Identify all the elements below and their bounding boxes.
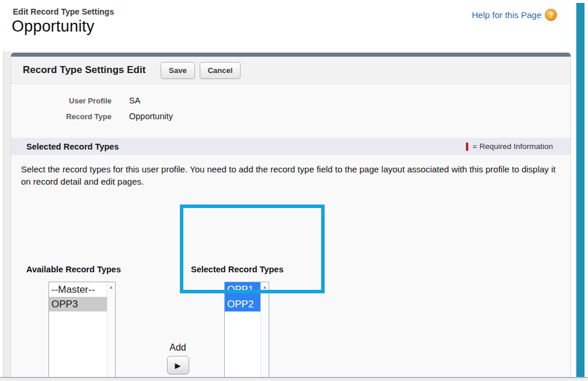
page-title: Opportunity <box>12 18 95 36</box>
add-arrow-button[interactable]: ▶ <box>167 356 189 375</box>
help-area: Help for this Page ? <box>472 9 557 21</box>
selected-options: OPP1 OPP2 <box>225 282 260 381</box>
record-type-settings-panel: Record Type Settings Edit Save Cancel Us… <box>11 53 571 381</box>
window-edge-stripe <box>576 3 584 377</box>
save-button[interactable]: Save <box>161 62 194 79</box>
available-record-types-listbox[interactable]: --Master-- OPP3 ▲ <box>48 282 116 381</box>
window-bottom-strip <box>0 378 588 381</box>
section-title: Selected Record Types <box>26 142 119 151</box>
required-legend-text: = Required Information <box>472 142 553 151</box>
required-marker-icon <box>466 143 468 151</box>
selected-list-label: Selected Record Types <box>191 265 284 274</box>
panel-header-title: Record Type Settings Edit <box>23 64 145 76</box>
panel-top-bar <box>11 53 570 57</box>
section-description: Select the record types for this user pr… <box>11 155 570 188</box>
help-question-icon[interactable]: ? <box>545 9 557 21</box>
list-option-opp2[interactable]: OPP2 <box>225 297 260 311</box>
user-profile-value: SA <box>129 96 140 105</box>
scroll-up-icon[interactable]: ▲ <box>261 285 269 290</box>
required-legend: = Required Information <box>466 142 553 151</box>
list-option-opp3[interactable]: OPP3 <box>49 297 107 311</box>
breadcrumb: Edit Record Type Settings <box>13 7 114 16</box>
cancel-button[interactable]: Cancel <box>200 62 241 79</box>
user-profile-label: User Profile <box>11 96 112 105</box>
form-row-record-type: Record Type Opportunity <box>11 112 570 121</box>
available-list-label: Available Record Types <box>26 265 121 274</box>
picklist-area: Available Record Types Selected Record T… <box>11 202 570 381</box>
page-root: Edit Record Type Settings Opportunity He… <box>0 0 588 381</box>
right-arrow-icon: ▶ <box>175 361 181 370</box>
available-scrollbar[interactable]: ▲ <box>107 282 115 381</box>
detail-form: User Profile SA Record Type Opportunity <box>11 84 570 138</box>
add-label: Add <box>150 342 206 354</box>
add-remove-controls: Add ▶ ◀ Remove <box>150 342 206 381</box>
left-rail <box>3 51 11 377</box>
panel-header: Record Type Settings Edit Save Cancel <box>11 57 570 84</box>
selected-scrollbar[interactable]: ▲ <box>260 282 269 381</box>
section-header: Selected Record Types = Required Informa… <box>11 138 570 155</box>
record-type-value: Opportunity <box>129 112 173 121</box>
list-option-master[interactable]: --Master-- <box>49 282 107 297</box>
record-type-label: Record Type <box>11 112 112 121</box>
help-link[interactable]: Help for this Page <box>472 10 541 20</box>
scroll-up-icon[interactable]: ▲ <box>107 285 115 290</box>
form-row-user-profile: User Profile SA <box>11 96 570 105</box>
selected-record-types-listbox[interactable]: OPP1 OPP2 ▲ <box>224 282 269 381</box>
available-options: --Master-- OPP3 <box>49 282 107 381</box>
list-option-opp1[interactable]: OPP1 <box>225 282 260 297</box>
